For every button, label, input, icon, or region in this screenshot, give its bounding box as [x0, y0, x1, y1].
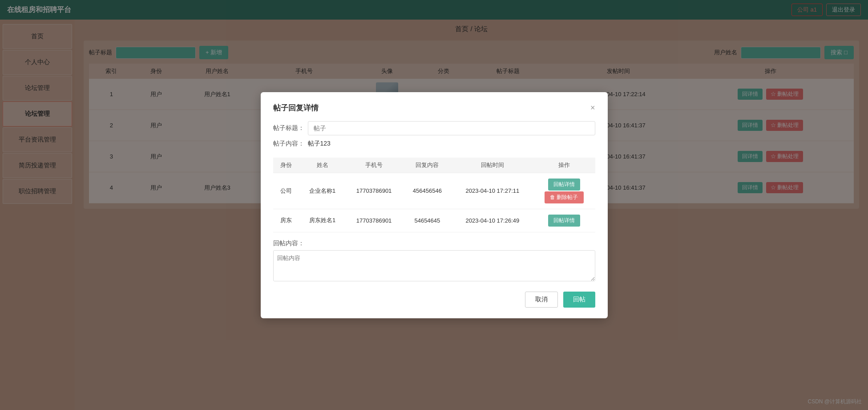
modal-footer: 取消 回帖	[273, 292, 595, 308]
modal-cell-ops: 回帖详情	[533, 209, 595, 232]
mth-content: 回复内容	[403, 158, 452, 173]
modal-cell-phone: 17703786901	[345, 209, 403, 232]
modal-cell-role: 房东	[273, 209, 300, 232]
mth-phone: 手机号	[345, 158, 403, 173]
modal-cell-ops: 回帖详情🗑 删除帖子	[533, 173, 595, 209]
modal-cell-time: 2023-04-10 17:26:49	[452, 209, 533, 232]
modal-title: 帖子回复详情	[273, 103, 319, 113]
modal-cell-phone: 17703786901	[345, 173, 403, 209]
modal-header: 帖子回复详情 ×	[273, 103, 595, 113]
modal-cell-role: 公司	[273, 173, 300, 209]
reply-detail-button[interactable]: 回帖详情	[548, 215, 580, 227]
mth-ops: 操作	[533, 158, 595, 173]
modal-close-button[interactable]: ×	[590, 104, 595, 112]
reply-content-label: 回帖内容：	[273, 240, 595, 248]
reply-textarea[interactable]	[273, 250, 595, 281]
post-content-label: 帖子内容：	[273, 140, 304, 148]
modal-overlay[interactable]: 帖子回复详情 × 帖子标题： 帖子内容： 帖子123 身份 姓名 手机号 回复内…	[0, 0, 868, 410]
cancel-button[interactable]: 取消	[525, 292, 558, 308]
submit-button[interactable]: 回帖	[563, 292, 595, 308]
modal-cell-time: 2023-04-10 17:27:11	[452, 173, 533, 209]
reply-section: 回帖内容：	[273, 240, 595, 283]
modal: 帖子回复详情 × 帖子标题： 帖子内容： 帖子123 身份 姓名 手机号 回复内…	[261, 92, 608, 318]
modal-cell-content: 456456546	[403, 173, 452, 209]
modal-cell-name: 企业名称1	[299, 173, 345, 209]
mth-role: 身份	[273, 158, 300, 173]
post-title-input[interactable]	[308, 121, 595, 135]
reply-detail-button[interactable]: 回帖详情	[548, 179, 580, 191]
post-content-text: 帖子123	[308, 140, 331, 148]
modal-cell-content: 54654645	[403, 209, 452, 232]
modal-reply-table: 身份 姓名 手机号 回复内容 回帖时间 操作 公司 企业名称1 17703786…	[273, 158, 595, 232]
watermark: CSDN @计算机源码社	[807, 398, 862, 406]
modal-table-row: 房东 房东姓名1 17703786901 54654645 2023-04-10…	[273, 209, 595, 232]
post-title-label: 帖子标题：	[273, 124, 304, 132]
modal-table-row: 公司 企业名称1 17703786901 456456546 2023-04-1…	[273, 173, 595, 209]
delete-reply-button[interactable]: 🗑 删除帖子	[545, 191, 583, 203]
mth-time: 回帖时间	[452, 158, 533, 173]
mth-name: 姓名	[299, 158, 345, 173]
modal-cell-name: 房东姓名1	[299, 209, 345, 232]
post-content-area: 帖子内容： 帖子123	[273, 140, 595, 152]
modal-post-title-field: 帖子标题：	[273, 121, 595, 135]
